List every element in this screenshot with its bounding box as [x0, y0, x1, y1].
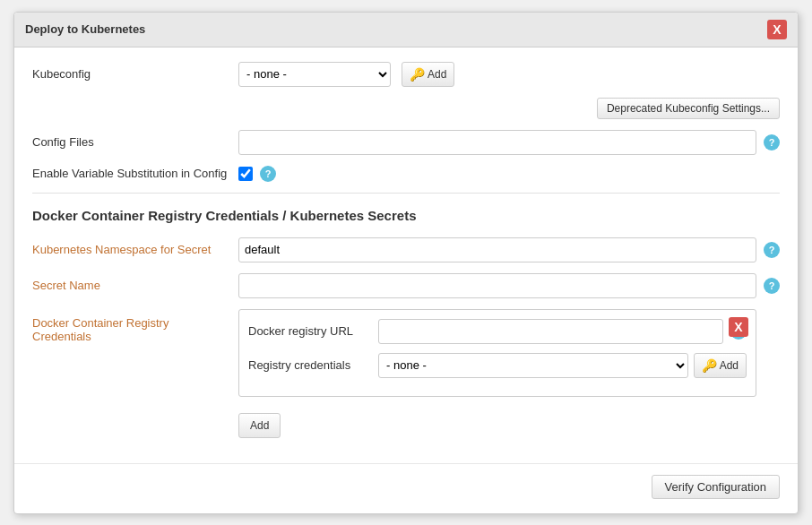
docker-registry-credentials-label: Docker Container Registry Credentials [32, 309, 238, 343]
registry-credentials-label: Registry credentials [248, 358, 378, 372]
enable-variable-checkbox[interactable] [238, 167, 253, 181]
section-title: Docker Container Registry Credentials / … [32, 208, 780, 223]
enable-variable-help-icon[interactable]: ? [260, 166, 276, 182]
config-files-row: Config Files ? [32, 130, 780, 155]
deprecated-kubeconfig-button[interactable]: Deprecated Kubeconfig Settings... [597, 98, 780, 119]
registry-entry: X Docker registry URL ? Registry credent… [238, 309, 756, 397]
enable-variable-label: Enable Variable Substitution in Config [32, 167, 238, 180]
add-credentials-label: Add [720, 359, 739, 372]
kubeconfig-row: Kubeconfig - none - 🔑 Add [32, 62, 780, 87]
dialog-title: Deploy to Kubernetes [25, 22, 145, 36]
k8s-namespace-input[interactable] [238, 237, 756, 262]
k8s-namespace-label: Kubernetes Namespace for Secret [32, 243, 238, 256]
add-credentials-button[interactable]: 🔑 Add [694, 353, 747, 378]
dialog-header: Deploy to Kubernetes X [14, 13, 798, 47]
kubeconfig-label: Kubeconfig [32, 67, 238, 81]
deploy-to-kubernetes-dialog: Deploy to Kubernetes X Kubeconfig - none… [13, 12, 799, 514]
docker-registry-row: Docker Container Registry Credentials X … [32, 309, 780, 438]
config-files-input[interactable] [238, 130, 756, 155]
add-kubeconfig-label: Add [428, 68, 446, 81]
dialog-body: Kubeconfig - none - 🔑 Add Deprecated Kub… [14, 47, 798, 463]
registry-remove-button[interactable]: X [729, 317, 748, 337]
verify-configuration-button[interactable]: Verify Configuration [652, 475, 780, 499]
docker-registry-url-label: Docker registry URL [248, 324, 378, 338]
key-icon: 🔑 [410, 67, 425, 82]
secret-name-label: Secret Name [32, 279, 238, 292]
key-icon-credentials: 🔑 [702, 358, 717, 373]
kubeconfig-select[interactable]: - none - [238, 62, 391, 87]
secret-name-row: Secret Name ? [32, 273, 780, 298]
registry-add-row: Add [238, 413, 756, 438]
dialog-close-button[interactable]: X [767, 20, 787, 39]
config-files-help-icon[interactable]: ? [764, 134, 780, 151]
secret-name-input[interactable] [238, 273, 756, 298]
k8s-namespace-help-icon[interactable]: ? [764, 242, 780, 258]
docker-registry-url-row: Docker registry URL ? [248, 319, 747, 344]
add-registry-button[interactable]: Add [238, 413, 281, 438]
dialog-footer: Verify Configuration [14, 463, 798, 513]
docker-registry-url-input[interactable] [378, 319, 723, 344]
add-kubeconfig-button[interactable]: 🔑 Add [402, 62, 454, 87]
secret-name-help-icon[interactable]: ? [764, 278, 780, 294]
config-files-label: Config Files [32, 135, 238, 149]
deprecated-row: Deprecated Kubeconfig Settings... [32, 98, 780, 119]
kubeconfig-controls: - none - 🔑 Add [238, 62, 454, 87]
registry-credentials-select[interactable]: - none - [378, 353, 688, 378]
registry-credentials-row: Registry credentials - none - 🔑 Add [248, 353, 747, 378]
enable-variable-row: Enable Variable Substitution in Config ? [32, 166, 780, 182]
k8s-namespace-row: Kubernetes Namespace for Secret ? [32, 237, 780, 262]
section-divider [32, 193, 780, 194]
